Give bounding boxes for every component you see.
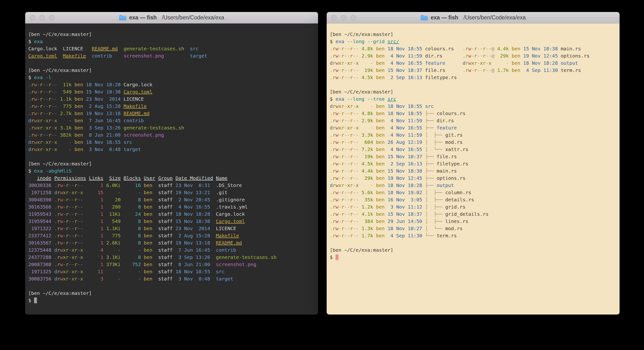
permission-char: - (347, 139, 350, 145)
terminal-text: exa (34, 38, 43, 44)
permission-char: x (37, 125, 40, 131)
terminal-text: exa (336, 96, 344, 102)
permission-char: w (60, 218, 63, 224)
terminal-text: 20087308 (28, 262, 51, 267)
permission-char: x (63, 247, 66, 253)
terminal-text: .gitignore (210, 197, 245, 202)
close-button[interactable] (30, 15, 35, 20)
terminal-text: 4 Sep 11:30 (520, 67, 558, 73)
permission-char: - (78, 269, 80, 274)
zoom-button[interactable] (351, 15, 356, 20)
terminal-line: 1971258 drwxr-xr-x 15 - - ben staff 19 N… (28, 189, 315, 196)
titlebar[interactable]: exa — fish /Users/ben/Code/exa/exa (25, 12, 318, 24)
terminal-text: 19 Nov 13:18 (83, 110, 121, 116)
permission-char: - (356, 211, 358, 217)
permission-char: - (51, 96, 54, 102)
permission-char: - (63, 262, 66, 267)
permission-char: - (353, 154, 356, 160)
permission-char: - (344, 211, 347, 217)
terminal-text: 3.1Ki (103, 254, 120, 260)
permission-char: r (333, 125, 336, 131)
permission-char: - (72, 204, 74, 210)
terminal-text: README.md (216, 240, 242, 246)
permission-char: r (350, 60, 353, 66)
permission-char: x (480, 60, 483, 66)
terminal-line: drwxr-xr-x - ben 3 Nov 0:48 target (28, 146, 315, 153)
terminal-text: ben (373, 190, 385, 196)
permission-char: - (344, 53, 347, 59)
permission-char: . (330, 74, 333, 80)
permission-char: r (333, 197, 336, 202)
permission-char: - (344, 67, 347, 73)
terminal-text: staff (155, 233, 172, 238)
terminal-line: .rw-r--r-- 4.4k ben 15 Nov 18:38 ├── mai… (330, 167, 616, 174)
terminal-output[interactable]: [ben ~/C/e/exa:master]$ exaCargo.lock LI… (25, 24, 318, 314)
permission-char: x (347, 125, 350, 131)
permission-char: - (344, 60, 347, 66)
terminal-text: main.rs (558, 46, 581, 52)
terminal-output[interactable]: [ben ~/C/e/exa:master]$ exa --long --gri… (327, 24, 620, 314)
terminal-line: .rwxr-xr-x 3.1k ben 3 Sep 13:26 generate… (28, 124, 315, 131)
terminal-text: 1 (86, 182, 103, 188)
terminal-text: 4 Nov 16:55 (172, 204, 210, 210)
permission-char: w (60, 247, 63, 253)
terminal-text (112, 53, 124, 59)
permission-char: w (468, 67, 471, 73)
permission-char: - (78, 240, 80, 246)
permission-char: r (333, 204, 336, 210)
terminal-text: 384 (358, 218, 373, 224)
permission-char: r (57, 276, 60, 282)
permission-char: . (330, 161, 333, 166)
permission-char: r (341, 53, 344, 59)
terminal-text: Cargo.toml (216, 218, 245, 224)
permission-char: r (341, 74, 344, 80)
permission-char: . (330, 46, 333, 52)
terminal-text: 30030336 (28, 182, 51, 188)
permission-char: r (483, 60, 486, 66)
permission-char: x (37, 139, 40, 145)
terminal-text: Cargo.toml (28, 53, 57, 59)
terminal-text (51, 276, 54, 282)
titlebar[interactable]: exa — fish /Users/ben/Code/exa/exa (327, 12, 620, 24)
permission-char: d (28, 118, 31, 124)
permission-char: d (330, 60, 333, 66)
permission-char: - (347, 67, 350, 73)
terminal-text: ben (141, 254, 155, 260)
zoom-button[interactable] (49, 15, 54, 20)
permission-char: - (80, 204, 83, 210)
terminal-text: src (216, 269, 224, 274)
minimize-button[interactable] (341, 15, 346, 20)
permission-char: r (341, 168, 344, 174)
terminal-text: ├── (422, 182, 436, 188)
close-button[interactable] (332, 15, 337, 20)
terminal-text: ben (373, 154, 385, 160)
terminal-text (120, 175, 124, 181)
permission-char: d (54, 269, 57, 274)
permission-char: w (336, 190, 338, 196)
permission-char: . (330, 190, 333, 196)
terminal-text (445, 60, 462, 66)
terminal-text: │ ├── (422, 218, 445, 224)
minimize-button[interactable] (40, 15, 45, 20)
permission-char: w (336, 125, 338, 131)
permission-char: r (74, 233, 78, 238)
terminal-line: .rw-r--r-- 775 ben 2 Aug 15:28 Makefile (28, 102, 315, 110)
permission-char: - (344, 46, 347, 52)
permission-char: r (350, 154, 353, 160)
permission-char: - (356, 218, 358, 224)
terminal-window-light: exa — fish /Users/ben/Code/exa/exa [ben … (327, 12, 620, 314)
permission-char: w (336, 154, 338, 160)
permission-char: r (333, 161, 336, 166)
permission-char: x (63, 254, 66, 260)
terminal-text: ben (72, 125, 83, 131)
permission-char: w (468, 46, 471, 52)
permission-char: - (347, 218, 350, 224)
permission-char: r (40, 146, 43, 152)
terminal-text: src (388, 96, 396, 102)
terminal-text: mod.rs (445, 226, 462, 231)
permission-char: - (353, 233, 356, 238)
permission-char: - (69, 197, 72, 202)
terminal-text: 1.2k (358, 204, 373, 210)
permission-char: - (54, 103, 57, 109)
terminal-text: User (144, 175, 155, 181)
